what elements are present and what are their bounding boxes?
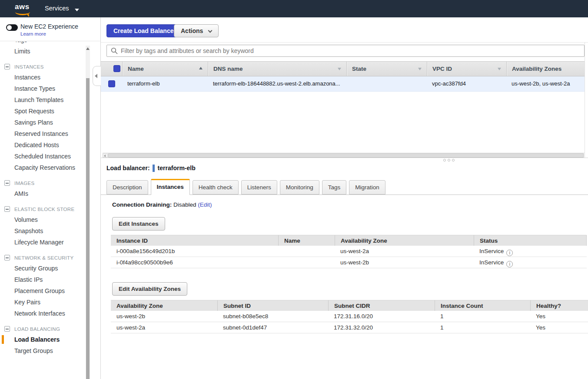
sidebar-item-reserved-instances[interactable]: Reserved Instances: [0, 128, 85, 139]
column-header-availability-zone[interactable]: Availability Zone: [335, 235, 474, 246]
sidebar-scrollbar-thumb[interactable]: [86, 78, 90, 379]
lb-table-row[interactable]: terraform-elb terraform-elb-186448882.us…: [101, 76, 585, 92]
sidebar-item-instance-types[interactable]: Instance Types: [0, 83, 85, 94]
sidebar-item-spot-requests[interactable]: Spot Requests: [0, 105, 85, 117]
info-icon[interactable]: [506, 261, 513, 267]
instances-table-header: Instance ID Name Availability Zone Statu…: [111, 235, 587, 246]
edit-availability-zones-button[interactable]: Edit Availability Zones: [112, 282, 187, 296]
column-header-subnet-id[interactable]: Subnet ID: [217, 300, 328, 311]
sidebar-item-amis[interactable]: AMIs: [0, 188, 85, 199]
instance-id-link[interactable]: i-000a8e156c49d201b: [111, 246, 278, 257]
sidebar-item-target-groups[interactable]: Target Groups: [0, 345, 85, 356]
section-label: LOAD BALANCING: [14, 326, 60, 332]
arrow-up-icon: [86, 47, 90, 50]
sidebar-item-limits[interactable]: Limits: [0, 46, 85, 57]
column-header-healthy[interactable]: Healthy?: [530, 300, 588, 311]
learn-more-link[interactable]: Learn more: [20, 31, 46, 36]
tab-health-check[interactable]: Health check: [193, 180, 239, 194]
sort-desc-icon: [498, 68, 501, 70]
chevron-down-icon: [208, 29, 213, 33]
sidebar-section-network-security[interactable]: NETWORK & SECURITY: [0, 248, 85, 263]
sidebar-item-dedicated-hosts[interactable]: Dedicated Hosts: [0, 139, 85, 151]
column-header-name[interactable]: Name: [278, 235, 335, 246]
ec2-console-page: aws Services New EC2 Experience Learn mo…: [0, 0, 588, 379]
filter-input[interactable]: [121, 45, 573, 56]
select-all-checkbox[interactable]: [113, 65, 120, 72]
new-experience-box: New EC2 Experience Learn more: [0, 17, 100, 41]
services-menu[interactable]: Services: [45, 5, 79, 13]
sidebar-scroll-up-button[interactable]: [86, 46, 90, 52]
collapse-section-icon[interactable]: [4, 206, 10, 212]
aws-logo[interactable]: aws: [15, 3, 30, 11]
detail-tabs: Description Instances Health check Liste…: [106, 179, 388, 195]
sidebar-section-ebs[interactable]: ELASTIC BLOCK STORE: [0, 199, 85, 214]
sidebar-item-snapshots[interactable]: Snapshots: [0, 225, 85, 237]
sidebar-item-security-groups[interactable]: Security Groups: [0, 263, 85, 274]
sidebar-collapse-tab[interactable]: [93, 66, 101, 86]
collapse-section-icon[interactable]: [4, 180, 10, 186]
sidebar-item-lifecycle-manager[interactable]: Lifecycle Manager: [0, 237, 85, 248]
collapse-section-icon[interactable]: [4, 255, 10, 260]
sidebar-item-savings-plans[interactable]: Savings Plans: [0, 117, 85, 128]
column-header-dns[interactable]: DNS name: [208, 62, 346, 76]
section-label: INSTANCES: [14, 64, 44, 69]
column-header-instance-id[interactable]: Instance ID: [111, 235, 278, 246]
new-experience-toggle[interactable]: [6, 24, 18, 31]
instance-id-link[interactable]: i-0f4a98cc90500b9e6: [111, 257, 278, 268]
connection-draining-edit-link[interactable]: (Edit): [198, 201, 212, 208]
sidebar-item-tags[interactable]: Tags: [0, 42, 85, 46]
tab-migration[interactable]: Migration: [349, 180, 385, 194]
row-checkbox[interactable]: [108, 80, 115, 87]
actions-button[interactable]: Actions: [174, 24, 219, 37]
column-header-vpc-id[interactable]: VPC ID: [427, 62, 506, 76]
scroll-left-button[interactable]: [103, 153, 108, 158]
status-text: InService: [479, 248, 504, 254]
edit-instances-button[interactable]: Edit Instances: [112, 217, 165, 231]
sidebar-item-network-interfaces[interactable]: Network Interfaces: [0, 308, 85, 319]
instance-status-cell: InService: [474, 246, 587, 257]
collapse-section-icon[interactable]: [4, 64, 10, 69]
sidebar-section-instances[interactable]: INSTANCES: [0, 57, 85, 72]
sidebar-section-auto-scaling[interactable]: AUTO SCALING: [0, 356, 85, 362]
info-icon[interactable]: [506, 250, 513, 256]
column-label: VPC ID: [432, 66, 452, 72]
sidebar: New EC2 Experience Learn more Tags Limit…: [0, 17, 101, 379]
sidebar-item-load-balancers[interactable]: Load Balancers: [0, 334, 85, 345]
services-label: Services: [45, 5, 69, 12]
tab-description[interactable]: Description: [106, 180, 148, 194]
column-header-instance-count[interactable]: Instance Count: [435, 300, 530, 311]
tab-listeners[interactable]: Listeners: [241, 180, 277, 194]
pane-resize-handle[interactable]: [443, 159, 455, 161]
sidebar-item-elastic-ips[interactable]: Elastic IPs: [0, 274, 85, 285]
table-right-edge: [585, 42, 585, 158]
column-header-availability-zone[interactable]: Availability Zone: [111, 300, 217, 311]
collapse-section-icon[interactable]: [4, 326, 10, 332]
sidebar-item-capacity-reservations[interactable]: Capacity Reservations: [0, 162, 85, 173]
search-icon: [111, 47, 118, 54]
sidebar-item-scheduled-instances[interactable]: Scheduled Instances: [0, 151, 85, 162]
tab-tags[interactable]: Tags: [322, 180, 347, 194]
sidebar-item-instances[interactable]: Instances: [0, 72, 85, 83]
tab-monitoring[interactable]: Monitoring: [280, 180, 319, 194]
subnet-id-cell: subnet-b08e5ec8: [217, 311, 328, 322]
sidebar-section-load-balancing[interactable]: LOAD BALANCING: [0, 319, 85, 334]
column-header-availability-zones[interactable]: Availability Zones: [506, 62, 585, 76]
sidebar-section-images[interactable]: IMAGES: [0, 173, 85, 188]
tab-instances[interactable]: Instances: [151, 179, 190, 195]
new-experience-title: New EC2 Experience: [20, 23, 78, 30]
instance-az-cell: us-west-2b: [335, 257, 474, 268]
sidebar-item-key-pairs[interactable]: Key Pairs: [0, 297, 85, 308]
sidebar-item-volumes[interactable]: Volumes: [0, 214, 85, 225]
column-header-subnet-cidr[interactable]: Subnet CIDR: [328, 300, 435, 311]
column-header-state[interactable]: State: [346, 62, 427, 76]
column-header-status[interactable]: Status: [474, 235, 587, 246]
panel-divider: [101, 42, 588, 43]
az-row: us-west-2a subnet-0d1def47 172.31.32.0/2…: [111, 322, 588, 333]
availability-zones-table: Availability Zone Subnet ID Subnet CIDR …: [111, 300, 588, 333]
horizontal-scrollbar-thumb[interactable]: [108, 153, 584, 158]
column-header-name[interactable]: Name: [122, 62, 208, 76]
sidebar-item-placement-groups[interactable]: Placement Groups: [0, 285, 85, 297]
sidebar-item-launch-templates[interactable]: Launch Templates: [0, 94, 85, 105]
create-load-balancer-button[interactable]: Create Load Balancer: [106, 24, 183, 37]
instance-count-cell: 1: [435, 311, 530, 322]
